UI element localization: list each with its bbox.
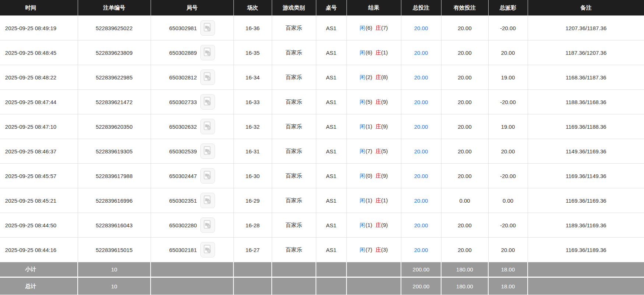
- total-bet-link[interactable]: 20.00: [414, 50, 428, 56]
- table-row: 2025-09-25 08:44:16522839615015650302181…: [0, 238, 644, 262]
- session-cell: 16-30: [233, 164, 272, 188]
- total-bet-cell: 20.00: [401, 40, 441, 65]
- total-bet-cell: 20.00: [401, 65, 441, 90]
- game-type-cell: 百家乐: [272, 139, 316, 164]
- result-player-label: 闲: [360, 222, 365, 228]
- total-bet-cell: 20.00: [401, 188, 441, 213]
- video-replay-button[interactable]: [200, 242, 215, 257]
- remark-cell: 1149.36/1169.36: [528, 139, 644, 164]
- order-number-cell: 522839615015: [78, 238, 151, 262]
- order-number-cell: 522839616996: [78, 188, 151, 213]
- remark-cell: 1189.36/1169.36: [528, 213, 644, 238]
- result-player-label: 闲: [360, 148, 365, 154]
- table-row: 2025-09-25 08:45:21522839616996650302351…: [0, 188, 644, 213]
- result-banker-score: 9: [381, 173, 388, 179]
- time-cell: 2025-09-25 08:47:44: [0, 90, 78, 114]
- table-number-cell: AS1: [316, 114, 346, 139]
- time-cell: 2025-09-25 08:48:22: [0, 65, 78, 90]
- game-type-cell: 百家乐: [272, 213, 316, 238]
- total-bet-link[interactable]: 20.00: [414, 173, 428, 179]
- result-banker-label: 庄: [376, 148, 381, 154]
- time-cell: 2025-09-25 08:47:10: [0, 114, 78, 139]
- footer-empty-cell: [233, 262, 272, 277]
- remark-cell: 1169.36/1188.36: [528, 114, 644, 139]
- total-payout-cell: 19.00: [488, 114, 528, 139]
- time-cell: 2025-09-25 08:44:16: [0, 238, 78, 262]
- valid-bet-cell: 20.00: [441, 213, 488, 238]
- result-banker-label: 庄: [376, 49, 381, 56]
- footer-empty-cell: [151, 277, 233, 295]
- remark-cell: 1168.36/1187.36: [528, 65, 644, 90]
- result-banker-label: 庄: [376, 222, 381, 228]
- column-header-round_no: 局号: [151, 0, 233, 16]
- result-cell: 闲6庄1: [346, 40, 401, 65]
- session-cell: 16-29: [233, 188, 272, 213]
- round-number-cell: 650302812: [151, 65, 233, 90]
- round-number: 650302981: [169, 25, 197, 31]
- total-bet-link[interactable]: 20.00: [414, 247, 428, 253]
- video-replay-button[interactable]: [200, 45, 215, 60]
- column-header-time: 时间: [0, 0, 78, 16]
- table-row: 2025-09-25 08:44:50522839616043650302280…: [0, 213, 644, 238]
- column-header-table_no: 桌号: [316, 0, 346, 16]
- session-cell: 16-35: [233, 40, 272, 65]
- table-row: 2025-09-25 08:46:37522839619305650302539…: [0, 139, 644, 164]
- result-banker-label: 庄: [376, 197, 381, 203]
- column-header-result: 结果: [346, 0, 401, 16]
- table-row: 2025-09-25 08:47:44522839621472650302733…: [0, 90, 644, 114]
- game-type-cell: 百家乐: [272, 40, 316, 65]
- result-banker-label: 庄: [376, 25, 381, 31]
- total-bet-link[interactable]: 20.00: [414, 74, 428, 81]
- round-cell-content: 650302351: [152, 193, 233, 208]
- time-cell: 2025-09-25 08:44:50: [0, 213, 78, 238]
- result-banker-score: 9: [381, 222, 388, 228]
- total-bet-link[interactable]: 20.00: [414, 148, 428, 154]
- footer-label-cell: 总计: [0, 277, 78, 295]
- order-number-cell: 522839616043: [78, 213, 151, 238]
- round-cell-content: 650302889: [152, 45, 233, 60]
- result-banker-label: 庄: [376, 74, 381, 80]
- session-cell: 16-34: [233, 65, 272, 90]
- valid-bet-cell: 20.00: [441, 40, 488, 65]
- table-header: 时间注单编号局号场次游戏类别桌号结果总投注有效投注总派彩备注: [0, 0, 644, 16]
- total-bet-link[interactable]: 20.00: [414, 124, 428, 130]
- video-replay-button[interactable]: [200, 143, 215, 159]
- result-banker-score: 1: [381, 197, 388, 203]
- video-replay-button[interactable]: [200, 168, 215, 184]
- total-payout-cell: 20.00: [488, 40, 528, 65]
- video-replay-button[interactable]: [200, 94, 215, 110]
- total-bet-link[interactable]: 20.00: [414, 99, 428, 105]
- round-number: 650302812: [169, 74, 197, 81]
- total-bet-cell: 20.00: [401, 164, 441, 188]
- video-replay-icon: [203, 195, 212, 206]
- video-replay-icon: [203, 121, 212, 132]
- game-type-cell: 百家乐: [272, 90, 316, 114]
- grand-total-row: 总计10200.00180.0018.00: [0, 277, 644, 295]
- total-bet-link[interactable]: 20.00: [414, 198, 428, 204]
- round-number-cell: 650302280: [151, 213, 233, 238]
- result-player-score: 6: [366, 25, 372, 31]
- result-cell: 闲6庄7: [346, 16, 401, 40]
- result-player-score: 1: [366, 123, 372, 129]
- video-replay-button[interactable]: [200, 20, 215, 36]
- result-cell: 闲7庄5: [346, 139, 401, 164]
- result-banker-score: 3: [381, 246, 388, 253]
- total-bet-cell: 20.00: [401, 114, 441, 139]
- order-number-cell: 522839622985: [78, 65, 151, 90]
- round-number-cell: 650302632: [151, 114, 233, 139]
- round-number: 650302889: [169, 50, 197, 56]
- session-cell: 16-31: [233, 139, 272, 164]
- total-bet-link[interactable]: 20.00: [414, 222, 428, 228]
- video-replay-button[interactable]: [200, 119, 215, 134]
- footer-empty-cell: [346, 277, 401, 295]
- round-number-cell: 650302981: [151, 16, 233, 40]
- valid-bet-cell: 20.00: [441, 16, 488, 40]
- result-banker-label: 庄: [376, 173, 381, 179]
- video-replay-button[interactable]: [200, 70, 215, 85]
- video-replay-button[interactable]: [200, 193, 215, 208]
- valid-bet-cell: 20.00: [441, 65, 488, 90]
- round-number-cell: 650302447: [151, 164, 233, 188]
- video-replay-button[interactable]: [200, 217, 215, 233]
- time-cell: 2025-09-25 08:46:37: [0, 139, 78, 164]
- total-bet-link[interactable]: 20.00: [414, 25, 428, 31]
